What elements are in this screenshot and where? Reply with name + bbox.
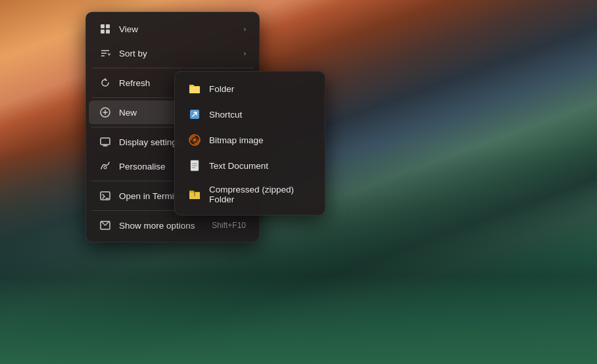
- submenu-label-bitmap: Bitmap image: [209, 135, 264, 145]
- zip-icon: [188, 188, 201, 201]
- bitmap-icon: [188, 133, 201, 147]
- menu-label-show-more: Show more options: [119, 221, 204, 231]
- personalise-icon: [99, 160, 111, 172]
- show-more-shortcut: Shift+F10: [212, 221, 246, 230]
- submenu-label-compressed-folder: Compressed (zipped) Folder: [209, 185, 312, 204]
- svg-rect-2: [101, 30, 105, 34]
- svg-rect-1: [106, 24, 110, 28]
- menu-item-show-more[interactable]: Show more options Shift+F10: [89, 214, 256, 237]
- submenu-item-compressed-folder[interactable]: Compressed (zipped) Folder: [178, 179, 322, 210]
- view-arrow: ›: [244, 26, 246, 33]
- submenu-label-shortcut: Shortcut: [209, 110, 242, 120]
- menu-item-sort-by[interactable]: Sort by ›: [89, 41, 256, 65]
- svg-rect-0: [101, 24, 105, 28]
- sort-icon: [99, 47, 111, 59]
- menu-label-sort-by: Sort by: [119, 49, 236, 58]
- new-icon: [99, 106, 111, 118]
- menu-label-view: View: [119, 24, 236, 34]
- submenu-item-shortcut[interactable]: Shortcut: [178, 102, 322, 127]
- view-icon: [99, 23, 111, 35]
- text-icon: [188, 159, 201, 172]
- svg-point-13: [104, 166, 107, 169]
- menu-item-view[interactable]: View ›: [89, 17, 256, 41]
- submenu-label-text-document: Text Document: [209, 161, 268, 171]
- shortcut-icon: [188, 108, 201, 121]
- folder-icon: [188, 82, 201, 95]
- submenu-item-bitmap[interactable]: Bitmap image: [178, 127, 322, 152]
- divider-1: [91, 68, 254, 68]
- submenu-item-folder[interactable]: Folder: [178, 76, 322, 101]
- more-icon: [99, 219, 111, 231]
- submenu-label-folder: Folder: [209, 84, 234, 94]
- sort-arrow: ›: [244, 50, 246, 57]
- terminal-icon: [99, 190, 111, 202]
- display-icon: [99, 136, 111, 148]
- refresh-icon: [99, 77, 111, 89]
- submenu-item-text-document[interactable]: Text Document: [178, 153, 322, 178]
- submenu-new: Folder Shortcut Bitmap image: [174, 71, 325, 216]
- svg-rect-10: [101, 138, 110, 145]
- svg-point-20: [193, 139, 196, 141]
- svg-rect-3: [106, 30, 110, 34]
